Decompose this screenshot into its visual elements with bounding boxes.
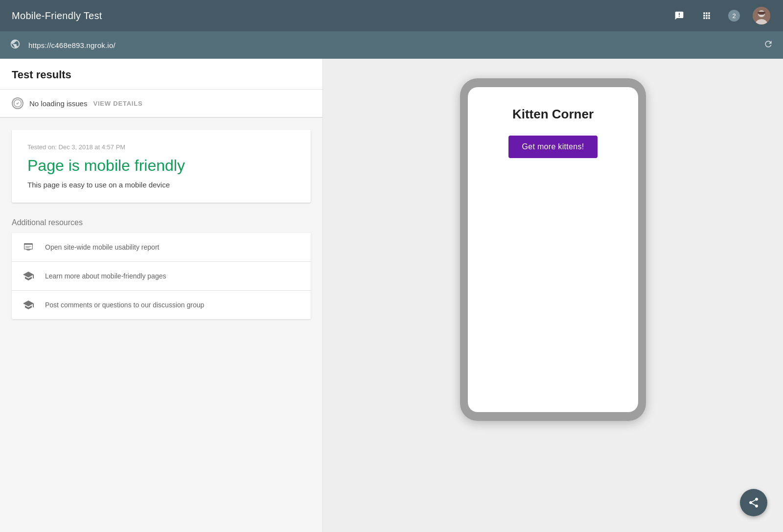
avatar-image xyxy=(753,7,770,24)
phone-frame: Kitten Corner Get more kittens! xyxy=(460,78,646,421)
header-actions: 2 xyxy=(669,6,771,25)
check-icon xyxy=(13,99,22,108)
mobile-friendly-desc: This page is easy to use on a mobile dev… xyxy=(27,181,295,189)
feedback-button[interactable] xyxy=(669,6,689,25)
url-input[interactable] xyxy=(28,41,756,49)
resource-text-usability: Open site-wide mobile usability report xyxy=(45,243,159,251)
result-card: Tested on: Dec 3, 2018 at 4:57 PM Page i… xyxy=(12,130,311,203)
content-area: Tested on: Dec 3, 2018 at 4:57 PM Page i… xyxy=(0,118,322,331)
svg-rect-4 xyxy=(758,12,765,14)
additional-resources-title: Additional resources xyxy=(12,218,311,227)
right-panel: Kitten Corner Get more kittens! xyxy=(323,59,783,532)
app-header: Mobile-Friendly Test 2 xyxy=(0,0,783,31)
loading-issues-text: No loading issues xyxy=(29,99,87,108)
phone-screen: Kitten Corner Get more kittens! xyxy=(468,87,638,412)
notifications-button[interactable]: 2 xyxy=(724,6,744,25)
feedback-icon xyxy=(674,11,684,21)
loading-issues-bar: No loading issues VIEW DETAILS xyxy=(0,90,322,118)
resource-text-learn: Learn more about mobile-friendly pages xyxy=(45,272,166,280)
svg-rect-11 xyxy=(27,250,30,251)
globe-svg xyxy=(10,39,21,49)
school-icon xyxy=(22,271,35,281)
resource-item-usability[interactable]: Open site-wide mobile usability report xyxy=(12,233,311,262)
resource-item-learn[interactable]: Learn more about mobile-friendly pages xyxy=(12,262,311,291)
share-icon xyxy=(748,497,760,509)
apps-button[interactable] xyxy=(697,6,716,25)
phone-cta-button[interactable]: Get more kittens! xyxy=(508,136,598,158)
report-icon xyxy=(22,242,35,253)
resource-text-discussion: Post comments or questions to our discus… xyxy=(45,301,204,309)
apps-grid-icon xyxy=(702,11,712,21)
tested-on: Tested on: Dec 3, 2018 at 4:57 PM xyxy=(27,143,295,151)
svg-rect-10 xyxy=(26,249,30,250)
main-container: Test results No loading issues VIEW DETA… xyxy=(0,59,783,532)
avatar xyxy=(753,7,770,24)
school-icon-svg xyxy=(23,270,34,282)
view-details-link[interactable]: VIEW DETAILS xyxy=(93,100,142,107)
share-fab[interactable] xyxy=(740,489,767,516)
svg-rect-7 xyxy=(24,244,33,245)
left-panel: Test results No loading issues VIEW DETA… xyxy=(0,59,323,532)
app-title: Mobile-Friendly Test xyxy=(12,10,102,22)
resource-item-discussion[interactable]: Post comments or questions to our discus… xyxy=(12,291,311,319)
refresh-button[interactable] xyxy=(763,39,773,51)
test-results-header: Test results xyxy=(0,59,322,90)
user-account-button[interactable] xyxy=(752,6,771,25)
check-circle-icon xyxy=(12,97,23,109)
forum-icon-svg xyxy=(23,299,34,311)
phone-site-title: Kitten Corner xyxy=(512,107,594,122)
url-bar xyxy=(0,31,783,59)
resources-card: Open site-wide mobile usability report L… xyxy=(12,233,311,319)
mobile-friendly-title: Page is mobile friendly xyxy=(27,157,295,175)
test-results-title: Test results xyxy=(12,69,311,81)
report-icon-svg xyxy=(23,242,34,252)
notifications-badge: 2 xyxy=(728,10,740,22)
refresh-icon xyxy=(763,39,773,49)
globe-icon xyxy=(10,39,21,52)
forum-icon xyxy=(22,300,35,310)
